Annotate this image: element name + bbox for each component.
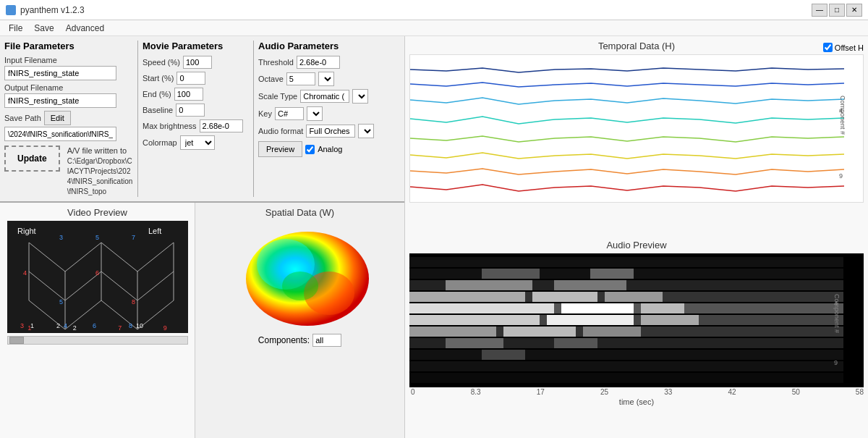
key-select[interactable]: ▼ [307, 106, 323, 121]
time-tick-4: 33 [664, 388, 672, 396]
time-axis: 0 8.3 17 25 33 42 50 58 [409, 387, 864, 396]
end-input[interactable] [174, 88, 203, 101]
colormap-select[interactable]: jet hot gray [180, 135, 215, 150]
time-tick-1: 8.3 [471, 388, 481, 396]
file-written-info: A/V file written to C:\Edgar\Dropbox\CIA… [67, 146, 133, 197]
svg-rect-60 [409, 327, 496, 337]
analog-checkbox[interactable] [305, 145, 315, 154]
preview-button[interactable]: Preview [258, 141, 302, 157]
octave-input[interactable] [286, 72, 315, 85]
threshold-input[interactable] [297, 56, 340, 69]
output-filename-field[interactable] [4, 93, 116, 108]
svg-rect-54 [641, 303, 684, 313]
octave-label: Octave [258, 75, 284, 83]
scale-type-input[interactable] [300, 90, 349, 103]
save-path-field[interactable] [4, 127, 116, 141]
time-axis-label: time (sec) [409, 397, 864, 406]
scale-type-label: Scale Type [258, 92, 297, 101]
key-label: Key [258, 109, 272, 118]
audio-format-input[interactable] [306, 125, 355, 138]
offset-h-label: Offset H [835, 43, 864, 52]
time-tick-6: 50 [792, 388, 800, 396]
baseline-input[interactable] [176, 104, 205, 117]
audio-preview-section: Audio Preview [409, 240, 864, 434]
movie-params: Movie Parameters Speed (%) Start (%) End… [138, 41, 254, 197]
video-preview: Video Preview Right Left [0, 203, 195, 438]
input-filename-label: Input Filename [4, 56, 133, 64]
svg-rect-52 [409, 303, 554, 313]
movie-params-title: Movie Parameters [142, 41, 249, 51]
speed-label: Speed (%) [142, 58, 180, 67]
svg-line-9 [137, 271, 174, 300]
svg-text:8: 8 [132, 298, 135, 306]
file-params: File Parameters Input Filename Output Fi… [4, 41, 138, 197]
temporal-chart: 4 9 Component # [409, 54, 864, 203]
svg-line-3 [65, 243, 101, 271]
threshold-label: Threshold [258, 58, 294, 67]
menu-file[interactable]: File [3, 22, 28, 35]
start-input[interactable] [176, 72, 205, 85]
time-tick-3: 25 [600, 388, 608, 396]
svg-rect-61 [503, 327, 576, 337]
svg-rect-42 [482, 269, 540, 279]
maximize-button[interactable]: □ [829, 4, 845, 17]
svg-text:5: 5 [95, 234, 99, 241]
svg-rect-49 [532, 292, 597, 302]
max-brightness-label: Max brightness [142, 122, 197, 130]
svg-rect-40 [409, 257, 843, 267]
audio-params-title: Audio Parameters [258, 41, 388, 51]
analog-label: Analog [318, 145, 342, 153]
time-tick-0: 0 [411, 388, 415, 396]
baseline-label: Baseline [142, 106, 173, 114]
start-label: Start (%) [142, 74, 174, 83]
file-params-title: File Parameters [4, 41, 133, 51]
app-icon [6, 5, 16, 15]
title-bar: pyanthem v1.2.3 — □ ✕ [0, 0, 868, 20]
end-label: End (%) [142, 90, 171, 98]
svg-text:6: 6 [95, 269, 99, 277]
menu-advanced[interactable]: Advanced [60, 22, 110, 35]
svg-line-8 [101, 271, 137, 300]
menu-bar: File Save Advanced [0, 20, 868, 36]
svg-rect-65 [554, 338, 597, 348]
audio-chart: 4 9 Component # [409, 253, 864, 387]
svg-text:9: 9 [839, 172, 843, 180]
audio-format-select[interactable]: ▼ [358, 124, 374, 138]
svg-rect-57 [547, 315, 634, 325]
close-button[interactable]: ✕ [846, 4, 862, 17]
params-section: File Parameters Input Filename Output Fi… [0, 36, 404, 203]
audio-params: Audio Parameters Threshold Octave 5346 S… [254, 41, 388, 197]
video-preview-title: Video Preview [67, 207, 127, 218]
components-label: Components: [258, 335, 310, 345]
svg-rect-45 [446, 280, 532, 290]
svg-text:7: 7 [132, 234, 135, 241]
minimize-button[interactable]: — [812, 4, 827, 17]
temporal-section: Temporal Data (H) Offset H [409, 41, 864, 235]
colormap-label: Colormap [142, 138, 177, 147]
svg-line-2 [29, 243, 65, 271]
svg-point-36 [282, 271, 318, 300]
spatial-data: Spatial Data (W) [195, 203, 404, 438]
svg-rect-68 [409, 361, 843, 371]
svg-line-4 [101, 243, 137, 271]
svg-rect-56 [409, 315, 540, 325]
scale-type-select[interactable]: ▼ [352, 89, 368, 104]
temporal-chart-title: Temporal Data (H) [598, 41, 675, 51]
edit-button[interactable]: Edit [44, 111, 71, 125]
offset-h-checkbox[interactable] [823, 43, 833, 52]
right-panel: Temporal Data (H) Offset H [405, 36, 868, 438]
key-input[interactable] [275, 107, 304, 120]
speed-input[interactable] [183, 56, 212, 69]
max-brightness-input[interactable] [200, 119, 243, 132]
svg-text:Left: Left [148, 227, 161, 235]
update-button[interactable]: Update [4, 146, 60, 172]
input-filename-field[interactable] [4, 66, 116, 80]
octave-select[interactable]: 5346 [318, 72, 334, 86]
time-tick-5: 42 [728, 388, 736, 396]
svg-rect-66 [409, 350, 843, 360]
svg-text:Right: Right [17, 227, 36, 235]
app-title: pyanthem v1.2.3 [20, 5, 85, 15]
spatial-data-title: Spatial Data (W) [265, 207, 334, 218]
components-input[interactable] [312, 334, 341, 347]
menu-save[interactable]: Save [28, 22, 59, 35]
